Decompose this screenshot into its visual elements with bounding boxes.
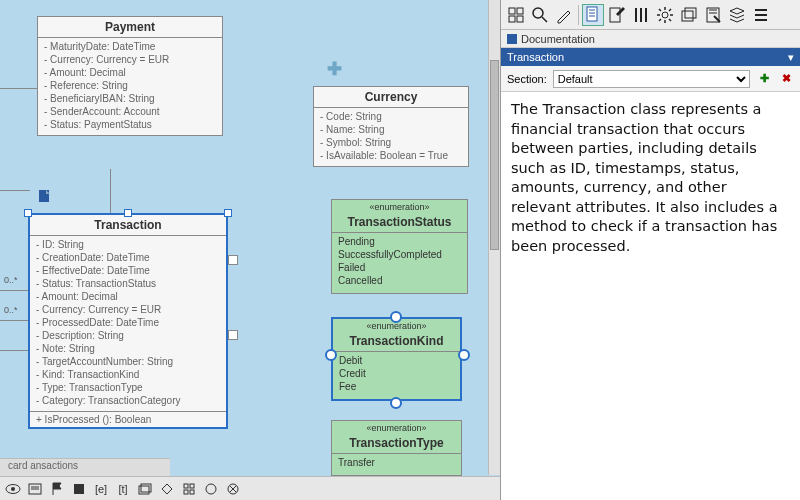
svg-point-31 [662, 12, 668, 18]
attr: - EffectiveDate: DateTime [36, 264, 220, 277]
enum-value: SuccessfullyCompleted [338, 248, 461, 261]
class-transaction[interactable]: Transaction - ID: String - CreationDate:… [28, 213, 228, 429]
class-currency[interactable]: Currency - Code: String - Name: String -… [313, 86, 469, 167]
palette-circle-icon[interactable] [202, 481, 220, 497]
palette-diamond-icon[interactable] [158, 481, 176, 497]
attr: - Amount: Decimal [36, 290, 220, 303]
note-icon[interactable] [38, 189, 52, 203]
class-methods: + IsProcessed (): Boolean [30, 411, 226, 427]
canvas-inner: 0..* 0..* Payment - MaturityDate: DateTi… [0, 0, 500, 475]
right-panel: Documentation Transaction ▾ Section: Def… [500, 0, 800, 500]
toolbar-layers-icon[interactable] [678, 4, 700, 26]
enum-value: Pending [338, 235, 461, 248]
toolbar-gear-icon[interactable] [654, 4, 676, 26]
diagram-tab[interactable]: card ansactions [0, 458, 170, 476]
svg-rect-17 [509, 8, 515, 14]
section-select[interactable]: Default [553, 70, 750, 88]
palette-square-icon[interactable] [70, 481, 88, 497]
connection-handle[interactable] [390, 397, 402, 409]
enum-value: Transfer [338, 456, 455, 469]
toolbar-script-icon[interactable] [702, 4, 724, 26]
enum-transaction-type[interactable]: «enumeration» TransactionType Transfer [331, 420, 462, 476]
attr: - SenderAccount: Account [44, 105, 216, 118]
add-element-icon[interactable]: ✚ [327, 58, 342, 80]
documentation-text[interactable]: The Transaction class represents a finan… [501, 92, 800, 500]
class-title: TransactionStatus [332, 212, 467, 233]
attr: - Type: TransactionType [36, 381, 220, 394]
toolbar-search-icon[interactable] [529, 4, 551, 26]
toolbar-doc-icon[interactable] [582, 4, 604, 26]
svg-point-13 [206, 484, 216, 494]
class-title: Payment [38, 17, 222, 38]
connection-handle[interactable] [325, 349, 337, 361]
attr: - Category: TransactionCategory [36, 394, 220, 407]
app-root: 0..* 0..* Payment - MaturityDate: DateTi… [0, 0, 800, 500]
diagram-canvas[interactable]: 0..* 0..* Payment - MaturityDate: DateTi… [0, 0, 500, 500]
attr: - Status: TransactionStatus [36, 277, 220, 290]
svg-rect-9 [184, 484, 188, 488]
attr: - IsAvailable: Boolean = True [320, 149, 462, 162]
svg-rect-18 [517, 8, 523, 14]
class-title: TransactionKind [333, 331, 460, 352]
toolbar-stack-icon[interactable] [726, 4, 748, 26]
palette-note-icon[interactable] [26, 481, 44, 497]
palette-eye-icon[interactable] [4, 481, 22, 497]
attr: - TargetAccountNumber: String [36, 355, 220, 368]
palette-layers-icon[interactable] [136, 481, 154, 497]
port[interactable] [228, 255, 238, 265]
svg-rect-11 [184, 490, 188, 494]
enum-transaction-status[interactable]: «enumeration» TransactionStatus Pending … [331, 199, 468, 294]
attr: - CreationDate: DateTime [36, 251, 220, 264]
svg-point-2 [11, 487, 15, 491]
toolbar-columns-icon[interactable] [630, 4, 652, 26]
toolbar-grid-icon[interactable] [505, 4, 527, 26]
resize-handle[interactable] [224, 209, 232, 217]
section-label: Section: [507, 73, 547, 85]
attr: - Reference: String [44, 79, 216, 92]
right-toolbar [501, 0, 800, 30]
connector [0, 190, 30, 191]
toolbar-list-icon[interactable] [750, 4, 772, 26]
doc-icon [507, 34, 517, 44]
attr: - Currency: Currency = EUR [36, 303, 220, 316]
delete-section-button[interactable]: ✖ [778, 71, 794, 87]
scrollbar-thumb[interactable] [490, 60, 499, 250]
dropdown-icon[interactable]: ▾ [788, 51, 794, 64]
enum-value: Cancelled [338, 274, 461, 287]
connector [0, 290, 28, 291]
port[interactable] [228, 330, 238, 340]
entity-header[interactable]: Transaction ▾ [501, 48, 800, 66]
svg-rect-12 [190, 490, 194, 494]
connector [0, 350, 28, 351]
svg-rect-23 [587, 7, 597, 21]
separator [578, 5, 579, 25]
enum-transaction-kind[interactable]: «enumeration» TransactionKind Debit Cred… [331, 317, 462, 401]
palette-text-t-icon[interactable]: [t] [114, 481, 132, 497]
vertical-scrollbar[interactable] [488, 0, 500, 475]
palette-text-e-icon[interactable]: [e] [92, 481, 110, 497]
attr: - Status: PaymentStatus [44, 118, 216, 131]
connection-handle[interactable] [458, 349, 470, 361]
tab-label: card ansactions [8, 460, 78, 471]
class-title: TransactionType [332, 433, 461, 454]
attr: - Amount: Decimal [44, 66, 216, 79]
stereotype: «enumeration» [332, 200, 467, 212]
resize-handle[interactable] [24, 209, 32, 217]
class-attrs: - ID: String - CreationDate: DateTime - … [30, 236, 226, 411]
attr: - Symbol: String [320, 136, 462, 149]
class-payment[interactable]: Payment - MaturityDate: DateTime - Curre… [37, 16, 223, 136]
palette-cross-icon[interactable] [224, 481, 242, 497]
toolbar-edit-doc-icon[interactable] [606, 4, 628, 26]
connection-handle[interactable] [390, 311, 402, 323]
documentation-label: Documentation [521, 33, 595, 45]
attr: - ID: String [36, 238, 220, 251]
svg-line-39 [659, 19, 661, 21]
svg-line-37 [669, 19, 671, 21]
toolbar-pencil-icon[interactable] [553, 4, 575, 26]
resize-handle[interactable] [124, 209, 132, 217]
palette-grid-icon[interactable] [180, 481, 198, 497]
svg-line-38 [669, 9, 671, 11]
palette-flag-icon[interactable] [48, 481, 66, 497]
add-section-button[interactable]: ✚ [756, 71, 772, 87]
enum-value: Failed [338, 261, 461, 274]
